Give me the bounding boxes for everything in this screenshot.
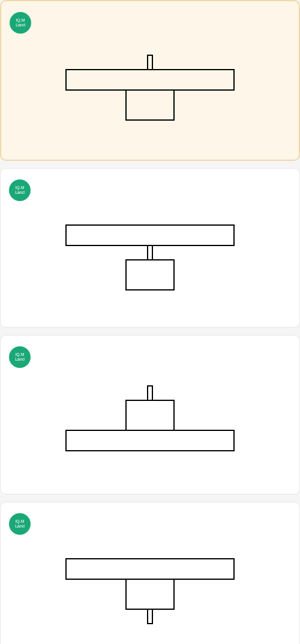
svg-rect-0: [148, 55, 152, 70]
svg-rect-3: [66, 225, 234, 245]
svg-rect-10: [126, 579, 174, 609]
badge-text: IQ.M Land: [10, 519, 29, 528]
badge-text: IQ.M Land: [11, 18, 30, 27]
answer-option-d[interactable]: IQ.M Land: [0, 502, 300, 644]
answer-option-b[interactable]: IQ.M Land: [0, 168, 300, 328]
diagram-c: [9, 372, 291, 480]
svg-rect-1: [66, 70, 234, 90]
diagram-b: [9, 205, 291, 313]
svg-rect-2: [126, 90, 174, 120]
badge-text: IQ.M Land: [10, 352, 29, 361]
shape-drawing: [42, 37, 258, 145]
brand-badge: IQ.M Land: [9, 346, 31, 368]
shape-drawing: [42, 372, 258, 480]
brand-badge: IQ.M Land: [10, 12, 31, 34]
svg-rect-8: [66, 430, 234, 451]
answer-option-a[interactable]: IQ.M Land: [0, 0, 300, 161]
brand-badge: IQ.M Land: [9, 179, 31, 201]
svg-rect-7: [126, 400, 174, 430]
svg-rect-5: [126, 260, 174, 290]
svg-rect-6: [148, 386, 152, 400]
brand-badge: IQ.M Land: [9, 513, 31, 535]
svg-rect-4: [148, 245, 152, 260]
svg-rect-11: [148, 609, 152, 624]
shape-drawing: [42, 205, 258, 313]
answer-option-c[interactable]: IQ.M Land: [0, 335, 300, 495]
svg-rect-9: [66, 559, 234, 579]
shape-drawing: [42, 538, 258, 644]
badge-text: IQ.M Land: [10, 185, 29, 194]
diagram-d: [9, 538, 291, 644]
diagram-a: [10, 37, 290, 145]
